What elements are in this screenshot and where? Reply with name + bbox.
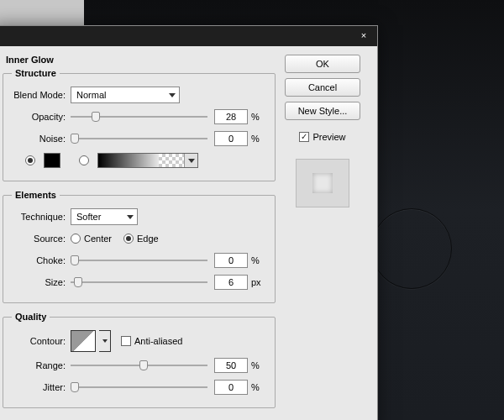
noise-slider[interactable] <box>71 131 207 146</box>
technique-label: Technique: <box>12 212 71 222</box>
jitter-slider[interactable] <box>71 380 207 395</box>
noise-label: Noise: <box>12 134 71 144</box>
ok-button[interactable]: OK <box>285 55 360 73</box>
range-label: Range: <box>12 360 71 370</box>
antialiased-label: Anti-aliased <box>134 336 182 346</box>
jitter-input[interactable]: 0 <box>214 380 248 395</box>
page-title: Inner Glow <box>6 55 276 65</box>
layer-style-dialog: × Inner Glow Structure Blend Mode: Norma… <box>0 25 378 420</box>
chevron-down-icon <box>184 154 197 167</box>
structure-legend: Structure <box>12 68 60 78</box>
source-center-radio[interactable] <box>71 234 81 244</box>
chevron-down-icon <box>127 215 134 219</box>
glow-color-swatch[interactable] <box>44 153 60 168</box>
new-style-button[interactable]: New Style... <box>285 102 360 120</box>
color-radio[interactable] <box>25 155 35 165</box>
opacity-input[interactable]: 28 <box>214 109 248 124</box>
jitter-unit: % <box>248 382 266 392</box>
structure-group: Structure Blend Mode: Normal Opacity: 28… <box>3 68 276 181</box>
choke-input[interactable]: 0 <box>214 253 248 268</box>
range-unit: % <box>248 360 266 370</box>
contour-dropdown[interactable] <box>99 330 111 352</box>
noise-unit: % <box>248 134 266 144</box>
jitter-label: Jitter: <box>12 382 71 392</box>
antialiased-checkbox[interactable] <box>121 336 131 346</box>
blend-mode-label: Blend Mode: <box>12 90 71 100</box>
cancel-button[interactable]: Cancel <box>285 78 360 97</box>
technique-value: Softer <box>76 212 101 222</box>
size-unit: px <box>248 277 266 287</box>
opacity-unit: % <box>248 112 266 122</box>
range-slider[interactable] <box>71 358 207 373</box>
chevron-down-icon <box>169 93 176 97</box>
glow-gradient-swatch[interactable] <box>97 153 198 168</box>
canvas-circle-shape <box>371 208 452 289</box>
preview-swatch <box>296 159 349 207</box>
size-label: Size: <box>12 277 71 287</box>
source-center-label: Center <box>84 234 112 244</box>
source-edge-label: Edge <box>137 234 159 244</box>
noise-input[interactable]: 0 <box>214 131 248 146</box>
choke-label: Choke: <box>12 255 71 265</box>
contour-label: Contour: <box>12 336 71 346</box>
range-input[interactable]: 50 <box>214 358 248 373</box>
dialog-titlebar[interactable]: × <box>0 26 377 46</box>
opacity-label: Opacity: <box>12 112 71 122</box>
close-button[interactable]: × <box>357 29 370 43</box>
choke-slider[interactable] <box>71 253 207 268</box>
opacity-slider[interactable] <box>71 109 207 124</box>
size-slider[interactable] <box>71 275 207 290</box>
source-label: Source: <box>12 234 71 244</box>
choke-unit: % <box>248 255 266 265</box>
technique-dropdown[interactable]: Softer <box>71 208 138 225</box>
quality-legend: Quality <box>12 312 50 322</box>
blend-mode-dropdown[interactable]: Normal <box>71 87 180 103</box>
elements-legend: Elements <box>12 190 60 200</box>
size-input[interactable]: 6 <box>214 275 248 290</box>
quality-group: Quality Contour: Anti-aliased Range: 50 … <box>3 312 276 408</box>
preview-label: Preview <box>312 132 345 142</box>
preview-swatch-inner <box>312 173 333 193</box>
preview-checkbox[interactable] <box>299 132 309 142</box>
contour-picker[interactable] <box>71 330 96 352</box>
source-edge-radio[interactable] <box>123 234 134 244</box>
gradient-radio[interactable] <box>79 155 89 165</box>
blend-mode-value: Normal <box>76 90 106 100</box>
elements-group: Elements Technique: Softer Source: Cente… <box>3 190 276 303</box>
